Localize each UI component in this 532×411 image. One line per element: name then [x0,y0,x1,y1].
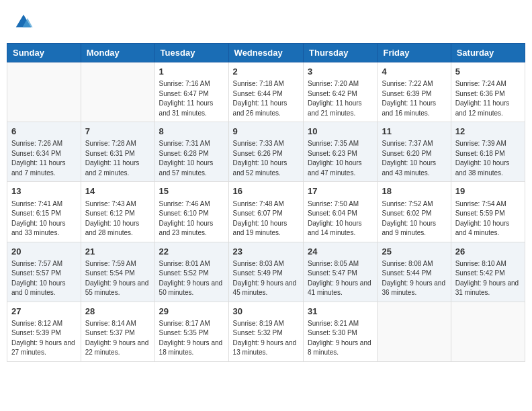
day-number: 7 [85,126,150,138]
calendar-cell: 25Sunrise: 8:08 AM Sunset: 5:44 PM Dayli… [378,242,451,302]
day-number: 24 [308,246,373,258]
calendar-header-friday: Friday [378,44,451,62]
day-info: Sunrise: 7:33 AM Sunset: 6:26 PM Dayligh… [233,139,299,178]
calendar-cell: 7Sunrise: 7:28 AM Sunset: 6:31 PM Daylig… [81,122,154,182]
calendar-cell: 10Sunrise: 7:35 AM Sunset: 6:23 PM Dayli… [304,122,378,182]
calendar-week-row: 20Sunrise: 7:57 AM Sunset: 5:57 PM Dayli… [7,242,525,302]
calendar-cell: 2Sunrise: 7:18 AM Sunset: 6:44 PM Daylig… [228,62,303,122]
day-number: 18 [382,185,446,197]
day-info: Sunrise: 8:03 AM Sunset: 5:49 PM Dayligh… [233,259,299,298]
day-number: 15 [159,185,224,197]
day-number: 23 [233,246,299,258]
calendar-cell: 20Sunrise: 7:57 AM Sunset: 5:57 PM Dayli… [7,242,81,302]
calendar-cell: 6Sunrise: 7:26 AM Sunset: 6:34 PM Daylig… [7,122,81,182]
calendar-cell: 14Sunrise: 7:43 AM Sunset: 6:12 PM Dayli… [81,182,154,242]
calendar-cell: 21Sunrise: 7:59 AM Sunset: 5:54 PM Dayli… [81,242,154,302]
calendar-header-tuesday: Tuesday [154,44,228,62]
calendar-header-wednesday: Wednesday [228,44,303,62]
day-info: Sunrise: 7:28 AM Sunset: 6:31 PM Dayligh… [85,139,150,178]
calendar-cell [7,62,81,122]
day-number: 30 [233,306,299,318]
day-number: 2 [233,66,299,78]
calendar-cell: 11Sunrise: 7:37 AM Sunset: 6:20 PM Dayli… [378,122,451,182]
day-info: Sunrise: 8:10 AM Sunset: 5:42 PM Dayligh… [455,259,521,298]
calendar-week-row: 1Sunrise: 7:16 AM Sunset: 6:47 PM Daylig… [7,62,525,122]
day-number: 19 [455,185,521,197]
calendar-header-thursday: Thursday [304,44,378,62]
day-info: Sunrise: 7:39 AM Sunset: 6:18 PM Dayligh… [455,139,521,178]
day-info: Sunrise: 7:52 AM Sunset: 6:02 PM Dayligh… [382,199,446,238]
calendar-cell: 26Sunrise: 8:10 AM Sunset: 5:42 PM Dayli… [451,242,525,302]
calendar-cell: 9Sunrise: 7:33 AM Sunset: 6:26 PM Daylig… [228,122,303,182]
calendar-cell: 13Sunrise: 7:41 AM Sunset: 6:15 PM Dayli… [7,182,81,242]
calendar-cell: 18Sunrise: 7:52 AM Sunset: 6:02 PM Dayli… [378,182,451,242]
calendar-week-row: 13Sunrise: 7:41 AM Sunset: 6:15 PM Dayli… [7,182,525,242]
day-info: Sunrise: 7:57 AM Sunset: 5:57 PM Dayligh… [11,259,77,298]
day-info: Sunrise: 7:41 AM Sunset: 6:15 PM Dayligh… [11,199,77,238]
day-info: Sunrise: 8:14 AM Sunset: 5:37 PM Dayligh… [85,319,150,358]
calendar-cell: 19Sunrise: 7:54 AM Sunset: 5:59 PM Dayli… [451,182,525,242]
day-number: 6 [11,126,77,138]
day-number: 10 [308,126,373,138]
day-number: 9 [233,126,299,138]
calendar-header-saturday: Saturday [451,44,525,62]
day-info: Sunrise: 7:35 AM Sunset: 6:23 PM Dayligh… [308,139,373,178]
day-info: Sunrise: 7:37 AM Sunset: 6:20 PM Dayligh… [382,139,446,178]
day-number: 27 [11,306,77,318]
day-number: 11 [382,126,446,138]
calendar-cell: 4Sunrise: 7:22 AM Sunset: 6:39 PM Daylig… [378,62,451,122]
calendar-cell: 29Sunrise: 8:17 AM Sunset: 5:35 PM Dayli… [154,302,228,361]
day-number: 13 [11,185,77,197]
day-number: 20 [11,246,77,258]
day-number: 12 [455,126,521,138]
day-info: Sunrise: 7:50 AM Sunset: 6:04 PM Dayligh… [308,199,373,238]
day-number: 3 [308,66,373,78]
day-number: 4 [382,66,446,78]
day-number: 25 [382,246,446,258]
calendar-week-row: 6Sunrise: 7:26 AM Sunset: 6:34 PM Daylig… [7,122,525,182]
day-number: 21 [85,246,150,258]
day-info: Sunrise: 7:18 AM Sunset: 6:44 PM Dayligh… [233,79,299,118]
day-number: 29 [159,306,224,318]
day-info: Sunrise: 8:17 AM Sunset: 5:35 PM Dayligh… [159,319,224,358]
calendar-cell: 3Sunrise: 7:20 AM Sunset: 6:42 PM Daylig… [304,62,378,122]
day-number: 1 [159,66,224,78]
day-info: Sunrise: 8:08 AM Sunset: 5:44 PM Dayligh… [382,259,446,298]
day-info: Sunrise: 7:16 AM Sunset: 6:47 PM Dayligh… [159,79,224,118]
calendar-cell: 8Sunrise: 7:31 AM Sunset: 6:28 PM Daylig… [154,122,228,182]
logo-icon [13,12,34,32]
calendar-cell: 1Sunrise: 7:16 AM Sunset: 6:47 PM Daylig… [154,62,228,122]
day-info: Sunrise: 8:05 AM Sunset: 5:47 PM Dayligh… [308,259,373,298]
calendar-cell: 5Sunrise: 7:24 AM Sunset: 6:36 PM Daylig… [451,62,525,122]
page-header [7,7,525,38]
day-number: 22 [159,246,224,258]
calendar-header-row: SundayMondayTuesdayWednesdayThursdayFrid… [7,44,525,62]
calendar-week-row: 27Sunrise: 8:12 AM Sunset: 5:39 PM Dayli… [7,302,525,361]
day-info: Sunrise: 7:22 AM Sunset: 6:39 PM Dayligh… [382,79,446,118]
day-number: 14 [85,185,150,197]
calendar-cell: 30Sunrise: 8:19 AM Sunset: 5:32 PM Dayli… [228,302,303,361]
day-info: Sunrise: 7:20 AM Sunset: 6:42 PM Dayligh… [308,79,373,118]
calendar-cell: 31Sunrise: 8:21 AM Sunset: 5:30 PM Dayli… [304,302,378,361]
calendar-header-monday: Monday [81,44,154,62]
day-number: 26 [455,246,521,258]
calendar-cell: 12Sunrise: 7:39 AM Sunset: 6:18 PM Dayli… [451,122,525,182]
day-info: Sunrise: 7:46 AM Sunset: 6:10 PM Dayligh… [159,199,224,238]
calendar-cell: 16Sunrise: 7:48 AM Sunset: 6:07 PM Dayli… [228,182,303,242]
calendar-cell: 22Sunrise: 8:01 AM Sunset: 5:52 PM Dayli… [154,242,228,302]
day-number: 16 [233,185,299,197]
day-info: Sunrise: 7:43 AM Sunset: 6:12 PM Dayligh… [85,199,150,238]
day-info: Sunrise: 7:54 AM Sunset: 5:59 PM Dayligh… [455,199,521,238]
day-info: Sunrise: 7:48 AM Sunset: 6:07 PM Dayligh… [233,199,299,238]
day-info: Sunrise: 8:12 AM Sunset: 5:39 PM Dayligh… [11,319,77,358]
calendar-cell: 23Sunrise: 8:03 AM Sunset: 5:49 PM Dayli… [228,242,303,302]
calendar-cell: 15Sunrise: 7:46 AM Sunset: 6:10 PM Dayli… [154,182,228,242]
calendar-cell: 28Sunrise: 8:14 AM Sunset: 5:37 PM Dayli… [81,302,154,361]
day-info: Sunrise: 7:24 AM Sunset: 6:36 PM Dayligh… [455,79,521,118]
logo [13,12,36,32]
day-number: 17 [308,185,373,197]
day-number: 28 [85,306,150,318]
calendar-header-sunday: Sunday [7,44,81,62]
day-info: Sunrise: 7:26 AM Sunset: 6:34 PM Dayligh… [11,139,77,178]
day-number: 31 [308,306,373,318]
